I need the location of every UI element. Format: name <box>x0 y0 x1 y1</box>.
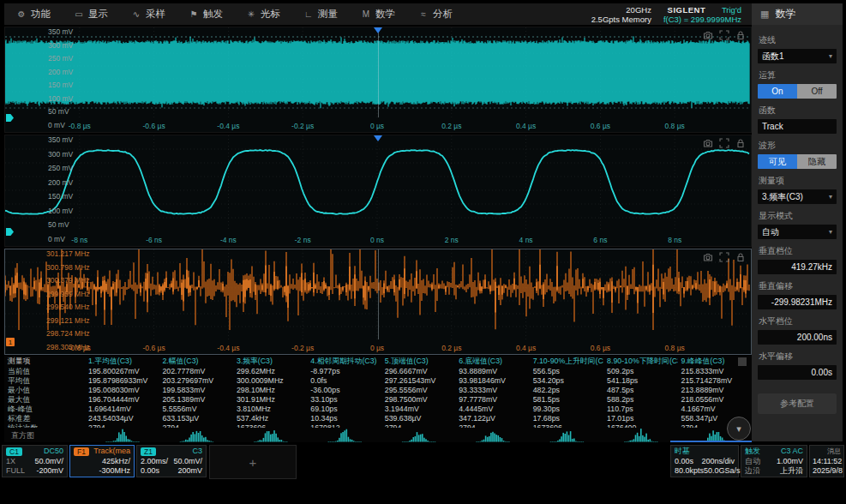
x-axis-label: 0.4 µs <box>516 122 536 130</box>
stat-row-label: 平均值 <box>4 376 85 386</box>
f1-scale: 425kHz/ <box>102 457 130 466</box>
y-axis-label: 250 mV <box>48 165 73 172</box>
histogram-thumbnails <box>4 428 752 442</box>
measurement-value: 347.122µV <box>455 414 529 423</box>
trace-select[interactable]: 函数1 ▾ <box>758 49 837 63</box>
y-axis-label: 301.217 MHz <box>46 250 90 258</box>
clock-date: 2025/9/8 <box>813 466 843 476</box>
measurement-value: 195.008030mV <box>85 386 159 395</box>
vertical-scale-field[interactable]: 419.27kHz <box>758 260 837 274</box>
menu-label: 触发 <box>203 8 223 21</box>
table-corner-header: 测量项 <box>4 356 85 367</box>
x-axis-label: -0.4 µs <box>217 122 239 130</box>
table-row: 最大值196.704444mV205.1389mV301.91MHz33.10p… <box>4 395 752 405</box>
function-trace-marker[interactable]: 1 <box>6 338 15 346</box>
operation-on-button[interactable]: On <box>758 84 797 99</box>
menu-item-display[interactable]: ▭显示 <box>74 8 108 21</box>
measurement-column-header: 3.频率(C3) <box>233 356 307 367</box>
measurement-column-header: 2.幅值(C3) <box>159 356 232 367</box>
x-axis-label: 0.8 µs <box>665 122 685 130</box>
measurement-value: 0.0fs <box>307 376 381 386</box>
menu-item-acquire[interactable]: ∿采样 <box>131 8 165 21</box>
trigger-mode: 自动 <box>745 457 760 466</box>
measurement-value: 203.279697mV <box>159 376 232 386</box>
waveform-hidden-button[interactable]: 隐藏 <box>797 154 837 169</box>
stat-row-label: 最大值 <box>4 395 85 405</box>
vertical-offset-value: -299.98231MHz <box>771 297 832 307</box>
trigger-descriptor[interactable]: 触发C3 AC 自动1.00mV 边沿上升沿 <box>741 445 807 477</box>
camera-icon[interactable] <box>703 30 713 40</box>
function1-descriptor[interactable]: F1Track(mea 425kHz/ -300MHz <box>69 445 135 477</box>
display-mode-select[interactable]: 自动 ▾ <box>758 225 837 239</box>
zoom-badge: Z1 <box>141 447 156 456</box>
expand-icon[interactable] <box>719 138 729 148</box>
waveform-toggle: 可见 隐藏 <box>758 154 837 169</box>
function-field[interactable]: Track <box>758 119 837 134</box>
x-axis-label: 0.6 µs <box>591 344 610 352</box>
horizontal-offset-field[interactable]: 0.00s <box>758 365 837 380</box>
measurement-value: 301.91MHz <box>233 395 307 405</box>
menu-item-math[interactable]: M数学 <box>361 8 395 21</box>
x-axis-label: 8 ns <box>668 236 681 244</box>
measurement-table[interactable]: 测量项1.平均值(C3)2.幅值(C3)3.频率(C3)4.相邻周期抖动(C3)… <box>4 356 752 428</box>
menu-item-analysis[interactable]: ≈分析 <box>418 8 453 21</box>
y-axis-label: 0 mV <box>48 236 65 243</box>
measurement-value: 195.87986933mV <box>85 376 159 386</box>
table-collapse-button[interactable]: ▾ <box>727 417 751 441</box>
menu-item-measure[interactable]: ∟测量 <box>303 8 338 21</box>
menu-label: 分析 <box>433 8 453 21</box>
y-axis-label: 0 mV <box>48 122 65 129</box>
camera-icon[interactable] <box>703 138 713 148</box>
ch1-scale: 50.0mV/ <box>34 457 63 466</box>
lock-icon[interactable] <box>735 138 746 148</box>
cursor-icon: ✳ <box>246 9 256 19</box>
menu-label: 显示 <box>88 8 108 21</box>
menu-item-trigger[interactable]: ⚑触发 <box>189 8 223 21</box>
measurement-value: 199.5833mV <box>159 386 232 395</box>
zoom-descriptor[interactable]: Z1C3 2.00ms/50.0mV/ 0.00s200mV <box>136 445 207 477</box>
track-trend-panel[interactable]: 301.217 MHz300.798 MHz300.379 MHz299.959… <box>4 249 752 355</box>
waveform-visible-button[interactable]: 可见 <box>758 154 797 169</box>
x-axis-label: -0.6 µs <box>143 122 165 130</box>
x-axis-label: -0.8 µs <box>69 344 91 352</box>
timebase-points: 80.0kpts <box>675 466 704 476</box>
operation-off-button[interactable]: Off <box>797 84 837 99</box>
trigger-title: 触发 <box>745 447 760 456</box>
timebase-descriptor[interactable]: 时基 0.00s200ns/div 80.0kpts50.0GSa/s <box>670 445 739 477</box>
add-trace-button[interactable]: + <box>209 445 297 479</box>
chevron-down-icon: ▾ <box>829 52 832 60</box>
measure-item-select[interactable]: 3.频率(C3) ▾ <box>758 189 837 204</box>
trigger-status: Trig'd <box>717 5 741 15</box>
x-axis-label: 0.2 µs <box>441 344 461 352</box>
clock-widget[interactable]: 消息 14:11:52 2025/9/8 <box>809 445 844 477</box>
measurement-value: 196.704444mV <box>85 395 159 405</box>
measurement-value: 69.10ps <box>307 405 381 414</box>
square-waveform-panel[interactable]: 350 mV300 mV250 mV200 mV150 mV100 mV50 m… <box>4 135 752 247</box>
channel1-descriptor[interactable]: C1DC50 1X50.0mV/ FULL-200mV <box>2 445 68 477</box>
grid-icon: ▦ <box>760 9 769 20</box>
lock-icon[interactable] <box>735 252 746 262</box>
expand-icon[interactable] <box>719 30 729 40</box>
reference-config-button[interactable]: 参考配置 <box>758 393 837 414</box>
measurement-value: 556.5ps <box>530 367 603 376</box>
measurement-value: 509.2ps <box>603 367 677 376</box>
measurement-table-header: 测量项1.平均值(C3)2.幅值(C3)3.频率(C3)4.相邻周期抖动(C3)… <box>4 356 752 367</box>
expand-icon[interactable] <box>719 252 729 262</box>
menu-item-utility[interactable]: ⚙功能 <box>16 8 51 21</box>
panel-toolbar <box>703 252 746 262</box>
stat-row-label: 峰-峰值 <box>4 405 85 414</box>
zoom-source: C3 <box>192 447 202 456</box>
clock-time: 14:11:52 <box>813 457 842 466</box>
menu-item-cursors[interactable]: ✳光标 <box>246 8 280 21</box>
math-dialog-header[interactable]: ▦ 数学 <box>752 3 843 25</box>
table-scroll-indicator[interactable] <box>738 357 747 366</box>
vertical-offset-field[interactable]: -299.98231MHz <box>758 295 837 309</box>
measurement-value: 213.8889mV <box>678 386 753 395</box>
lock-icon[interactable] <box>735 30 746 40</box>
dense-waveform-panel[interactable]: 350 mV300 mV250 mV200 mV150 mV100 mV50 m… <box>4 27 752 133</box>
measurement-value: 33.10ps <box>307 395 381 405</box>
camera-icon[interactable] <box>703 252 713 262</box>
y-axis-label: 150 mV <box>48 193 73 201</box>
horizontal-scale-field[interactable]: 200.00ns <box>758 330 837 345</box>
zoom-voffset: 200mV <box>177 466 202 476</box>
